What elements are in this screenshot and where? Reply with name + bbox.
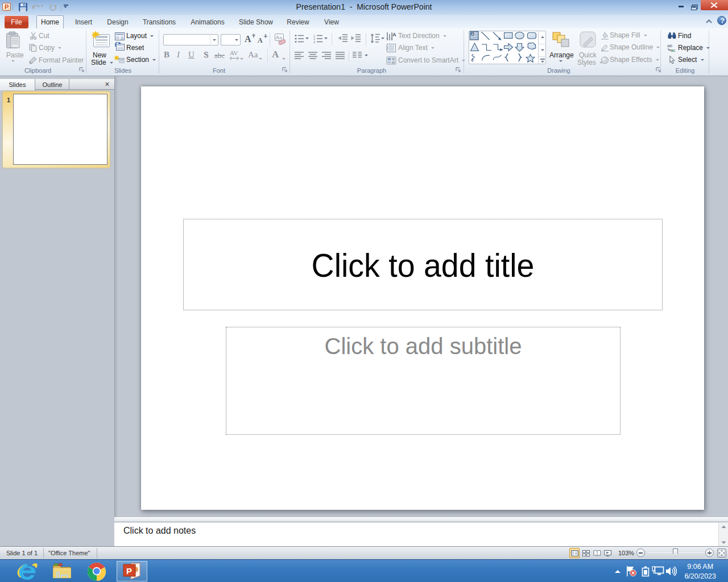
svg-text:P: P — [126, 566, 132, 576]
svg-text:ac: ac — [671, 48, 675, 52]
